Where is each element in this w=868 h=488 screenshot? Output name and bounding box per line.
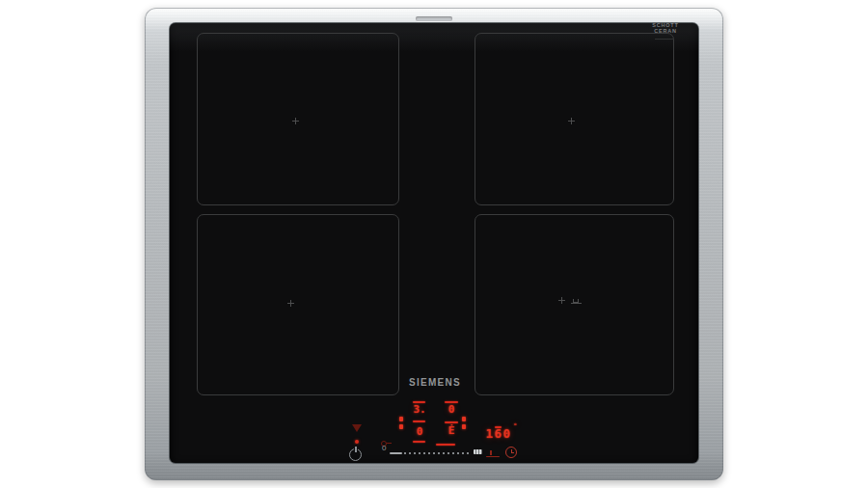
zone-indicator-line — [413, 441, 425, 443]
slider-start-label: 0 — [382, 445, 386, 452]
glass-brand-label: SCHOTT CERAN — [648, 22, 683, 34]
zone-center-cross-icon — [287, 300, 294, 307]
zone-display-bottom-right: Ė — [445, 425, 458, 436]
zone-display-bottom-left: 0 — [411, 426, 428, 437]
frying-sensor-icon — [486, 447, 500, 457]
slider-end-block — [474, 449, 482, 454]
power-button-icon — [349, 448, 362, 461]
zone-indicator-line — [436, 444, 455, 446]
zone-select-bracket-left — [399, 417, 403, 429]
status-dot-icon — [355, 440, 359, 444]
zone-display-top-left: 3. — [411, 404, 428, 415]
frying-zone-pan-icon — [571, 297, 582, 304]
zone-center-cross-icon — [568, 118, 575, 124]
cooking-zone-bottom-right — [475, 214, 674, 395]
zone-indicator-line — [413, 420, 425, 422]
frame-vent-slot — [416, 16, 452, 21]
temperature-display: 160 — [484, 428, 513, 440]
zone-indicator-line — [445, 421, 458, 423]
slider-solid-segment — [390, 452, 402, 454]
timer-clock-icon — [505, 447, 517, 458]
temperature-degree-symbol: ° — [513, 423, 517, 430]
zone-center-cross-icon — [292, 118, 299, 124]
slider-touch-track — [404, 452, 472, 454]
siemens-logo: SIEMENS — [408, 377, 462, 388]
product-photo-induction-hob: SCHOTT CERAN SIEMENS 0 3. 0 0 Ė 160 ° — [0, 0, 868, 488]
zone-display-top-right: 0 — [445, 404, 458, 415]
cooking-zone-bottom-left — [197, 214, 399, 395]
home-connect-triangle-icon — [352, 424, 362, 432]
glass-brand-underline — [655, 39, 674, 40]
zone-select-bracket-right — [462, 417, 466, 429]
zone-center-cross-icon — [558, 297, 565, 304]
glass-brand-line2: CERAN — [648, 28, 683, 34]
